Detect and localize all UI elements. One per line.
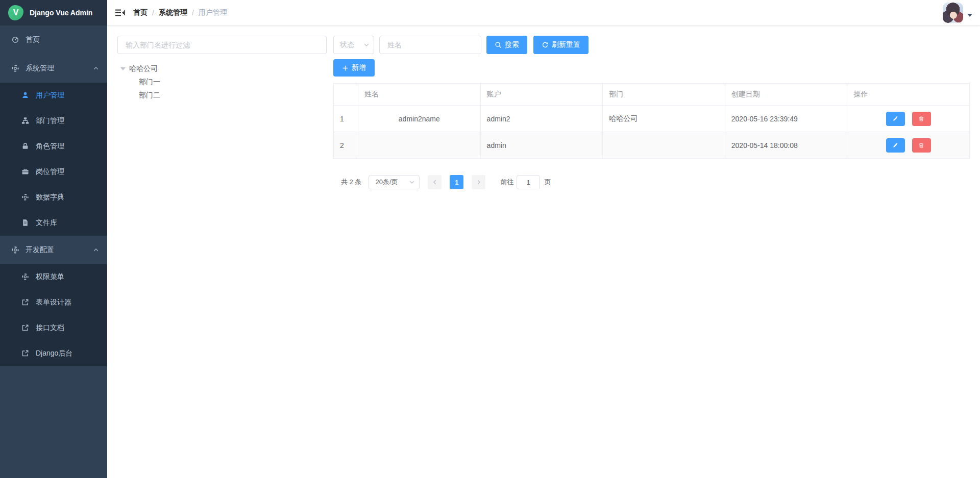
- sidebar-item-home[interactable]: 首页: [0, 26, 107, 54]
- user-panel: 状态 搜索 刷新重置: [333, 36, 970, 468]
- goto-label: 前往: [500, 178, 513, 187]
- chevron-down-icon: [409, 179, 415, 185]
- page-size-select[interactable]: 20条/页: [369, 175, 420, 189]
- external-link-icon: [21, 349, 30, 358]
- sidebar: V Django Vue Admin 首页 系统管理 用户管理: [0, 0, 107, 478]
- col-header-created: 创建日期: [725, 84, 847, 106]
- pagination: 共 2 条 20条/页 1 前往 页: [341, 175, 970, 189]
- app-logo[interactable]: V Django Vue Admin: [0, 0, 107, 26]
- col-header-account: 账户: [480, 84, 603, 106]
- delete-button[interactable]: [912, 112, 931, 126]
- delete-button[interactable]: [912, 138, 931, 153]
- caret-down-icon[interactable]: [120, 67, 126, 70]
- vue-logo-icon: V: [8, 5, 23, 20]
- department-panel: 哈哈公司 部门一 部门二: [117, 36, 327, 468]
- tree-node-root[interactable]: 哈哈公司: [117, 62, 327, 76]
- chevron-up-icon: [93, 65, 99, 71]
- sidebar-item-label: 文件库: [36, 218, 57, 228]
- avatar[interactable]: [943, 3, 963, 23]
- search-icon: [495, 41, 502, 48]
- edit-button[interactable]: [886, 112, 905, 126]
- caret-down-icon[interactable]: [967, 14, 972, 17]
- col-header-actions: 操作: [847, 84, 970, 106]
- sidebar-item-roles[interactable]: 角色管理: [0, 134, 107, 159]
- sidebar-item-permission-menu[interactable]: 权限菜单: [0, 264, 107, 290]
- tree-node-label: 部门一: [139, 78, 160, 87]
- pagination-total: 共 2 条: [341, 178, 361, 187]
- sidebar-group-label: 开发配置: [26, 245, 54, 255]
- name-filter-input[interactable]: [379, 36, 481, 54]
- sidebar-item-form-designer[interactable]: 表单设计器: [0, 290, 107, 315]
- chevron-down-icon: [363, 42, 370, 48]
- edit-button[interactable]: [886, 138, 905, 153]
- table-row: 1 admin2name admin2 哈哈公司 2020-05-16 23:3…: [334, 106, 970, 132]
- status-select-placeholder: 状态: [340, 40, 354, 49]
- component-icon: [21, 273, 30, 281]
- cell-account: admin: [480, 132, 603, 159]
- breadcrumb-current: 用户管理: [199, 8, 227, 17]
- breadcrumb-home[interactable]: 首页: [133, 8, 148, 17]
- navbar-right: [943, 3, 972, 23]
- sidebar-group-devconfig[interactable]: 开发配置: [0, 236, 107, 264]
- trash-icon: [918, 142, 924, 148]
- app-title: Django Vue Admin: [30, 9, 92, 17]
- pencil-icon: [892, 142, 898, 148]
- sidebar-item-label: 用户管理: [36, 91, 64, 100]
- refresh-reset-button[interactable]: 刷新重置: [533, 36, 589, 54]
- cell-dept: 哈哈公司: [603, 106, 725, 132]
- plus-icon: [342, 65, 349, 71]
- sidebar-item-api-docs[interactable]: 接口文档: [0, 315, 107, 341]
- page-unit-label: 页: [544, 178, 551, 187]
- cell-created: 2020-05-14 18:00:08: [725, 132, 847, 159]
- user-icon: [21, 91, 30, 99]
- breadcrumb-separator: /: [152, 9, 154, 17]
- sidebar-item-files[interactable]: 文件库: [0, 210, 107, 236]
- table-header-row: 姓名 账户 部门 创建日期 操作: [334, 84, 970, 106]
- next-page-button[interactable]: [472, 175, 485, 189]
- sidebar-item-departments[interactable]: 部门管理: [0, 108, 107, 134]
- sidebar-item-posts[interactable]: 岗位管理: [0, 159, 107, 185]
- trash-icon: [918, 116, 924, 122]
- cell-created: 2020-05-16 23:39:49: [725, 106, 847, 132]
- sidebar-item-label: Django后台: [36, 349, 72, 358]
- page-number-1[interactable]: 1: [450, 175, 463, 189]
- component-icon: [11, 64, 19, 72]
- sidebar-item-label: 数据字典: [36, 193, 64, 202]
- tree-node-child[interactable]: 部门一: [117, 76, 327, 89]
- breadcrumb: 首页 / 系统管理 / 用户管理: [133, 8, 227, 17]
- cell-dept: [603, 132, 725, 159]
- cell-actions: [847, 106, 970, 132]
- breadcrumb-section[interactable]: 系统管理: [159, 8, 187, 17]
- chevron-up-icon: [93, 247, 99, 253]
- tree-node-label: 哈哈公司: [129, 64, 158, 73]
- add-button[interactable]: 新增: [333, 59, 375, 77]
- cell-index: 1: [334, 106, 358, 132]
- sidebar-item-users[interactable]: 用户管理: [0, 83, 107, 108]
- goto-page-input[interactable]: [517, 175, 540, 189]
- department-tree: 哈哈公司 部门一 部门二: [117, 62, 327, 102]
- sidebar-item-django-admin[interactable]: Django后台: [0, 341, 107, 366]
- org-tree-icon: [21, 117, 30, 125]
- cell-name: admin2name: [358, 106, 481, 132]
- sidebar-item-dictionary[interactable]: 数据字典: [0, 185, 107, 210]
- tree-node-child[interactable]: 部门二: [117, 89, 327, 102]
- sidebar-group-system[interactable]: 系统管理: [0, 54, 107, 83]
- cell-name: [358, 132, 481, 159]
- status-select[interactable]: 状态: [333, 36, 374, 54]
- submenu-devconfig: 权限菜单 表单设计器 接口文档 Django后台: [0, 264, 107, 366]
- search-button[interactable]: 搜索: [486, 36, 527, 54]
- sidebar-item-label: 部门管理: [36, 116, 64, 125]
- document-icon: [21, 219, 30, 227]
- prev-page-button[interactable]: [428, 175, 442, 189]
- sidebar-item-label: 接口文档: [36, 323, 64, 333]
- hamburger-icon[interactable]: [115, 8, 125, 18]
- tree-node-label: 部门二: [139, 91, 160, 100]
- breadcrumb-separator: /: [192, 9, 194, 17]
- top-navbar: 首页 / 系统管理 / 用户管理: [107, 0, 980, 26]
- filter-row: 状态 搜索 刷新重置: [333, 36, 970, 54]
- page-content: 哈哈公司 部门一 部门二 状态: [107, 26, 980, 478]
- department-filter-input[interactable]: [117, 36, 327, 54]
- users-table: 姓名 账户 部门 创建日期 操作 1 admin2name admin2 哈哈公…: [333, 83, 970, 159]
- briefcase-icon: [21, 168, 30, 176]
- sidebar-group-label: 系统管理: [26, 64, 54, 73]
